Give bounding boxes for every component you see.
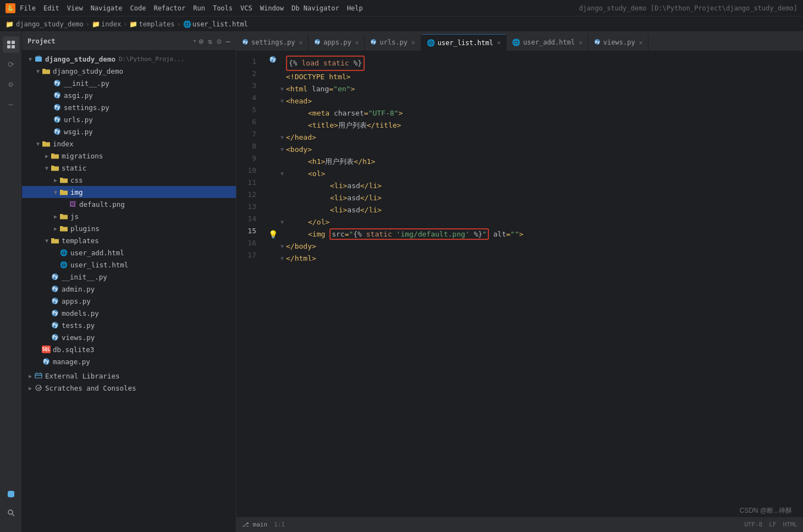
svg-text:Py: Py [54, 117, 60, 122]
svg-text:Py: Py [54, 105, 60, 110]
menu-edit[interactable]: Edit [43, 4, 59, 12]
svg-rect-2 [7, 45, 10, 48]
settings-tool-btn[interactable]: ⚙ [3, 76, 19, 92]
tree-item-templates[interactable]: ▼ templates [22, 234, 236, 246]
tab-label-userlist: user_list.html [438, 39, 493, 47]
svg-text:Py: Py [595, 40, 600, 45]
breadcrumb-item-templates[interactable]: templates [139, 20, 174, 28]
tree-item-userlist[interactable]: 🌐 user_list.html [22, 259, 236, 271]
tree-item-models[interactable]: Py models.py [22, 307, 236, 319]
tab-label-urls: urls.py [380, 39, 408, 46]
tree-item-urls-file[interactable]: Py urls.py [22, 113, 236, 125]
tab-views[interactable]: Py views.py ✕ [588, 34, 648, 51]
tree-item-root[interactable]: ▼ django_study_demo D:\Python_Proje... [22, 53, 236, 65]
menu-tools[interactable]: Tools [213, 4, 233, 12]
tab-close-userlist[interactable]: ✕ [497, 39, 501, 46]
svg-text:Py: Py [270, 57, 276, 62]
tab-useradd[interactable]: 🌐 user_add.html ✕ [507, 34, 588, 51]
menu-vcs[interactable]: VCS [240, 4, 252, 12]
tab-close-urls[interactable]: ✕ [411, 39, 415, 46]
menu-refactor[interactable]: Refactor [153, 4, 185, 12]
project-tool-btn[interactable] [3, 36, 19, 53]
tab-icon-userlist: 🌐 [427, 39, 435, 47]
gutter-icon-1: Py [267, 56, 278, 63]
tree-item-admin[interactable]: Py admin.py [22, 283, 236, 295]
breadcrumb-item-index[interactable]: index [101, 20, 121, 28]
svg-text:Py: Py [54, 93, 60, 98]
tree-item-manage[interactable]: Py manage.py [22, 355, 236, 368]
tree-item-static[interactable]: ▼ static [22, 162, 236, 174]
tab-urls[interactable]: Py urls.py ✕ [365, 34, 421, 51]
status-git[interactable]: ⎇ main [242, 521, 267, 528]
tree-item-asgi[interactable]: Py asgi.py [22, 89, 236, 101]
menu-run[interactable]: Run [193, 4, 205, 12]
tree-item-plugins[interactable]: ▶ plugins [22, 222, 236, 234]
tree-item-useradd[interactable]: 🌐 user_add.html [22, 246, 236, 259]
menu-window[interactable]: Window [260, 4, 284, 12]
code-editor[interactable]: Py {% load static %} <!DOCTYPE html> ▼ <… [262, 51, 803, 517]
menu-help[interactable]: Help [347, 4, 363, 12]
minimize-tool-btn[interactable]: — [3, 96, 19, 112]
tree-item-wsgi[interactable]: Py wsgi.py [22, 125, 236, 138]
menu-file[interactable]: File [20, 4, 36, 12]
tree-item-init1[interactable]: Py __init__.py [22, 77, 236, 89]
sync-tool-btn[interactable]: ⟳ [3, 56, 19, 73]
tree-item-js[interactable]: ▶ js [22, 210, 236, 222]
tab-apps[interactable]: Py apps.py ✕ [309, 34, 365, 51]
tab-label-views: views.py [603, 39, 635, 46]
svg-text:Py: Py [54, 81, 60, 86]
tab-close-views[interactable]: ✕ [639, 39, 643, 46]
panel-expand-icon[interactable]: ⇅ [208, 37, 212, 46]
menu-view[interactable]: View [67, 4, 83, 12]
tab-close-apps[interactable]: ✕ [355, 39, 359, 46]
menu-dbnavigator[interactable]: Db Navigator [292, 4, 339, 12]
tree-item-index[interactable]: ▼ index [22, 138, 236, 150]
tree-item-migrations[interactable]: ▶ migrations [22, 150, 236, 162]
tree-item-img[interactable]: ▼ img [22, 186, 236, 198]
tree-item-pkg[interactable]: ▼ django_study_demo [22, 65, 236, 77]
tab-userlist[interactable]: 🌐 user_list.html ✕ [421, 34, 507, 51]
title-bar: 🐍 File Edit View Navigate Code Refactor … [0, 0, 803, 17]
tab-settings[interactable]: Py settings.py ✕ [237, 34, 309, 51]
svg-text:Py: Py [54, 129, 60, 134]
panel-header-icons: ⊕ ⇅ ⚙ — [199, 37, 230, 46]
tree-item-tests[interactable]: Py tests.py [22, 319, 236, 331]
menu-bar[interactable]: File Edit View Navigate Code Refactor Ru… [20, 4, 363, 12]
tree-item-views-file[interactable]: Py views.py [22, 331, 236, 343]
svg-point-34 [36, 385, 41, 391]
svg-text:Py: Py [52, 335, 58, 340]
breadcrumb-item-project[interactable]: django_study_demo [16, 20, 84, 28]
tree-item-defaultpng[interactable]: 🖼 default.png [22, 198, 236, 210]
tree-item-settings-file[interactable]: Py settings.py [22, 101, 236, 113]
tree-item-extlibs[interactable]: ▶ External Libraries [22, 370, 236, 382]
breadcrumb: 📁 django_study_demo › 📁 index › 📁 templa… [0, 17, 803, 32]
menu-navigate[interactable]: Navigate [91, 4, 123, 12]
panel-minimize-icon[interactable]: — [226, 37, 230, 46]
db-icon-btn[interactable] [3, 486, 19, 502]
tree-item-css[interactable]: ▶ css [22, 174, 236, 186]
panel-settings-icon[interactable]: ⚙ [217, 37, 221, 46]
search-icon-btn[interactable] [3, 504, 19, 521]
code-line-2: <!DOCTYPE html> [267, 71, 803, 83]
code-line-6: <title>用户列表</title> [267, 119, 803, 131]
tab-close-useradd[interactable]: ✕ [579, 39, 582, 46]
tree-item-init2[interactable]: Py __init__.py [22, 271, 236, 283]
editor-content[interactable]: 1 2 3 4 5 6 7 8 9 10 11 12 13 14 15 16 1… [237, 51, 803, 517]
panel-locate-icon[interactable]: ⊕ [199, 37, 203, 46]
tree-item-scratches[interactable]: ▶ Scratches and Consoles [22, 382, 236, 394]
tree-item-apps-file[interactable]: Py apps.py [22, 295, 236, 307]
menu-code[interactable]: Code [130, 4, 146, 12]
svg-text:Py: Py [243, 40, 248, 45]
code-line-10: ▼ <ol> [267, 168, 803, 180]
breadcrumb-item-file[interactable]: user_list.html [193, 20, 248, 28]
tab-close-settings[interactable]: ✕ [299, 39, 302, 46]
tab-label-useradd: user_add.html [523, 39, 575, 46]
svg-rect-32 [35, 374, 42, 378]
tab-label-settings: settings.py [251, 39, 295, 46]
tab-icon-settings: Py [242, 39, 249, 47]
project-panel: Project ▾ ⊕ ⇅ ⚙ — ▼ django_study_demo D:… [22, 32, 237, 532]
svg-rect-0 [7, 41, 10, 44]
svg-text:Py: Py [371, 40, 376, 45]
svg-text:Py: Py [315, 40, 320, 45]
tree-item-dbsqlite[interactable]: SQL db.sqlite3 [22, 343, 236, 355]
